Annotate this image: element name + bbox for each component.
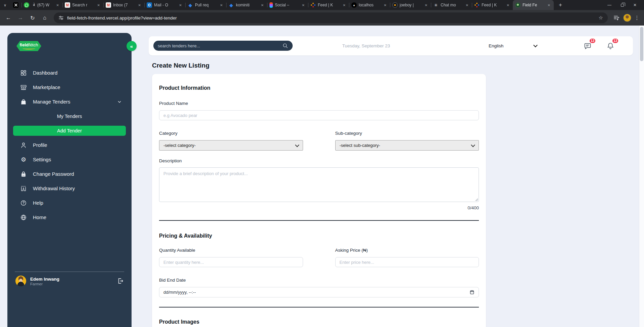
product-name-input[interactable] — [159, 110, 479, 120]
storefront-icon — [20, 84, 27, 91]
tab-close-icon[interactable]: ✕ — [342, 3, 347, 7]
tab-search-caret-icon[interactable]: ∨ — [0, 3, 10, 7]
reload-button[interactable]: ↻ — [28, 13, 38, 23]
section-heading-pricing: Pricing & Availability — [159, 233, 479, 239]
tab-label: Search r — [72, 3, 94, 7]
sidebar-collapse-button[interactable]: « — [127, 41, 137, 51]
sidebar-item-manage-tenders[interactable]: Manage Tenders — [7, 94, 132, 109]
browser-tab[interactable]: Pull req ✕ — [185, 0, 226, 10]
tab-close-icon[interactable]: ✕ — [260, 3, 265, 7]
resize-handle[interactable] — [475, 198, 478, 201]
minimize-button[interactable]: — — [604, 1, 614, 9]
sidebar-item-label: Profile — [33, 142, 47, 148]
browser-profile-avatar[interactable] — [623, 14, 631, 22]
tab-close-icon[interactable]: ✕ — [424, 3, 429, 7]
person-icon — [20, 142, 27, 149]
browser-tab[interactable]: joeboy | ✕ — [390, 0, 431, 10]
sidebar-item-help[interactable]: Help — [7, 196, 132, 210]
url-text[interactable]: field-fetch-frontend.vercel.app/profile?… — [67, 15, 595, 21]
browser-window: ∨ (67) W ✕ Search r ✕ Inbox (7 ✕ Mail - … — [0, 0, 644, 327]
tab-close-icon[interactable]: ✕ — [465, 3, 469, 7]
browser-tab[interactable]: kominiti ✕ — [226, 0, 267, 10]
search-input[interactable] — [158, 43, 280, 48]
help-icon — [20, 200, 27, 206]
page-scrollbar[interactable] — [639, 26, 644, 327]
browser-tab[interactable]: localhos ✕ — [349, 0, 390, 10]
sidebar-item-change-password[interactable]: Change Password — [7, 167, 132, 181]
sidebar-item-settings[interactable]: ⚙ Settings — [7, 152, 132, 167]
pinned-tab[interactable] — [10, 0, 21, 10]
new-tab-button[interactable]: + — [556, 0, 565, 10]
bookmark-star-icon[interactable]: ☆ — [599, 15, 603, 21]
forward-button[interactable]: → — [15, 13, 26, 23]
browser-tab-active[interactable]: Field Fe ✕ — [513, 0, 554, 10]
logout-button[interactable] — [117, 277, 124, 285]
browser-tab[interactable]: Social – ✕ — [267, 0, 308, 10]
page-content: fieldfétch « Dashboard — [0, 26, 644, 327]
tab-close-icon[interactable]: ✕ — [506, 3, 510, 7]
sidebar-subitem-my-tenders[interactable]: My Tenders — [7, 109, 132, 123]
browser-tab[interactable]: Feed | K ✕ — [472, 0, 513, 10]
tab-close-icon[interactable]: ✕ — [301, 3, 306, 7]
tab-close-icon[interactable]: ✕ — [219, 3, 224, 7]
tab-close-icon[interactable]: ✕ — [96, 3, 101, 7]
browser-tab[interactable]: Search r ✕ — [62, 0, 103, 10]
tab-label: Mail - O — [154, 3, 176, 7]
address-bar[interactable]: field-fetch-frontend.vercel.app/profile?… — [54, 12, 608, 23]
price-input[interactable] — [335, 257, 479, 267]
browser-menu-icon[interactable]: ⋮ — [633, 15, 641, 21]
category-select[interactable]: -select category- — [159, 140, 303, 151]
fieldfetch-icon — [515, 2, 521, 8]
home-button[interactable]: ⌂ — [40, 13, 50, 23]
user-avatar[interactable] — [15, 276, 26, 286]
notifications-badge: 13 — [612, 38, 619, 44]
sidebar-item-label: Change Password — [33, 171, 74, 177]
media-control-icon[interactable] — [612, 13, 621, 23]
tab-close-icon[interactable]: ✕ — [55, 3, 60, 7]
tab-label: localhos — [359, 3, 381, 7]
tab-close-icon[interactable]: ✕ — [383, 3, 388, 7]
sidebar-item-withdrawal-history[interactable]: Withdrawal History — [7, 181, 132, 196]
azure-devops-icon — [229, 2, 234, 8]
restore-button[interactable] — [617, 1, 627, 9]
bid-end-date-input[interactable]: dd/mm/yyyy, --:-- — [159, 287, 479, 297]
tab-audio-icon[interactable] — [31, 3, 35, 7]
tab-close-icon[interactable]: ✕ — [137, 3, 142, 7]
browser-tab[interactable]: Mail - O ✕ — [144, 0, 185, 10]
browser-tab[interactable]: (67) W ✕ — [21, 0, 62, 10]
language-select[interactable]: English — [489, 41, 539, 50]
tab-close-icon[interactable]: ✕ — [178, 3, 183, 7]
sidebar-item-dashboard[interactable]: Dashboard — [7, 66, 132, 80]
browser-tab[interactable]: Feed | K ✕ — [308, 0, 349, 10]
description-textarea[interactable] — [159, 167, 479, 202]
subcategory-select[interactable]: -select sub-category- — [335, 140, 479, 151]
notifications-button[interactable]: 13 — [604, 40, 616, 52]
kominiti-icon — [474, 2, 480, 8]
close-window-button[interactable]: ✕ — [630, 1, 640, 9]
tender-search[interactable] — [153, 41, 293, 51]
browser-tab[interactable]: Chat mo ✕ — [431, 0, 472, 10]
tab-label: Pull req — [195, 3, 217, 7]
quantity-label: Quantity Available — [159, 248, 303, 253]
dashboard-icon — [20, 70, 27, 76]
back-button[interactable]: ← — [3, 13, 13, 23]
site-info-icon[interactable] — [58, 15, 64, 21]
quantity-input[interactable] — [159, 257, 303, 267]
chevron-down-icon[interactable] — [117, 99, 122, 105]
kominiti-icon — [310, 2, 316, 8]
sidebar-item-marketplace[interactable]: Marketplace — [7, 80, 132, 94]
logout-icon — [117, 277, 124, 285]
browser-tab[interactable]: Inbox (7 ✕ — [103, 0, 144, 10]
date-value: dd/mm/yyyy, --:-- — [163, 290, 196, 295]
messages-button[interactable]: 13 — [582, 40, 594, 52]
tab-close-icon[interactable]: ✕ — [547, 3, 551, 7]
sidebar-item-profile[interactable]: Profile — [7, 138, 132, 152]
scrollbar-thumb[interactable] — [640, 27, 643, 61]
sidebar-subitem-add-tender-active[interactable]: Add Tender — [13, 126, 126, 136]
search-icon[interactable] — [282, 43, 288, 49]
calendar-icon[interactable] — [469, 290, 475, 295]
fieldfetch-logo[interactable]: fieldfétch — [16, 40, 41, 52]
tab-label: kominiti — [236, 3, 258, 7]
sidebar-item-home[interactable]: Home — [7, 210, 132, 224]
logo-swoosh — [22, 47, 35, 49]
